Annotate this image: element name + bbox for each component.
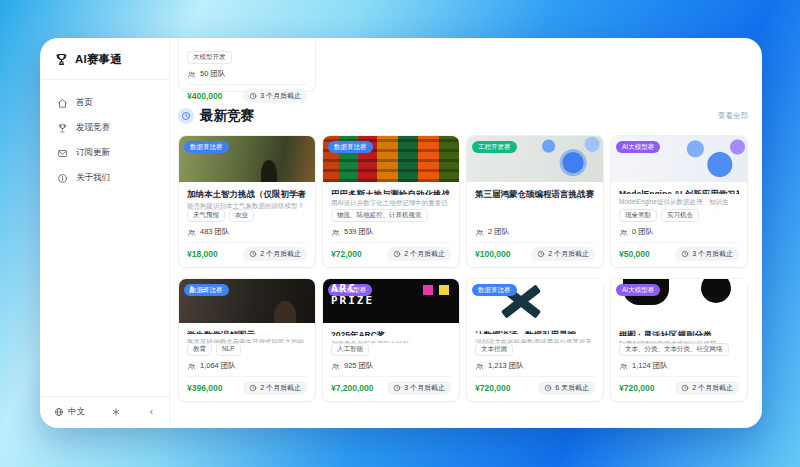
clock-icon — [393, 384, 401, 392]
tag-list: 天气预报农业 — [187, 209, 307, 222]
competition-card[interactable]: 数据算法赛 巴巴多斯土地与测绘自动化挑战 用AI设计并数字化土地登记簿中的重要信… — [322, 135, 460, 268]
teams-count: 925 团队 — [344, 361, 374, 371]
tag-pill: 人工智能 — [331, 343, 369, 356]
sidebar-footer: 中文 ‹ — [40, 396, 169, 428]
card-image: AI大模型赛 — [611, 136, 747, 182]
competition-card[interactable]: AI大模型赛 ARC PRIZE 2025年ARC奖 创建具备创新推理能力的AI… — [322, 278, 460, 402]
theme-toggle[interactable] — [111, 407, 121, 417]
card-bottom: 教育NLP 1,064 团队 ¥396,000 2 个月后截止 — [187, 343, 307, 395]
collapse-sidebar-icon[interactable]: ‹ — [148, 407, 155, 417]
tag-pill: 文本、分类、文本分类、社交网络 — [619, 343, 729, 356]
card-bottom: 人工智能 925 团队 ¥7,200,000 3 个月后截止 — [331, 343, 451, 395]
card-description: 用AI设计并数字化土地登记簿中的重要信息吗？ — [331, 198, 451, 209]
card-footer: ¥100,000 2 个月后截止 — [475, 242, 595, 261]
prize-amount: ¥50,000 — [619, 249, 650, 259]
teams-row: 2 团队 — [475, 227, 595, 237]
category-badge: 数据算法赛 — [472, 284, 517, 296]
category-badge: 数据算法赛 — [328, 141, 373, 153]
prize-amount: ¥400,000 — [187, 91, 222, 101]
people-icon — [475, 228, 484, 237]
tag-pill: 现金奖励 — [619, 209, 657, 222]
competition-card[interactable]: 数据算法赛 加纳本土智力挑战（仅限初学者） 能否构建识别本土气象数据的训练模型？… — [178, 135, 316, 268]
deadline-text: 6 天后截止 — [555, 383, 589, 393]
deadline-badge: 2 个月后截止 — [531, 247, 595, 261]
card-footer: ¥72,000 2 个月后截止 — [331, 242, 451, 261]
card-footer: ¥18,000 2 个月后截止 — [187, 242, 307, 261]
tag-list: 文本挖掘 — [475, 343, 595, 356]
sidebar-item-label: 首页 — [76, 97, 93, 109]
card-title: 学生数学误解图示 — [187, 330, 307, 334]
sidebar-item-subscribe[interactable]: 订阅更新 — [54, 144, 155, 162]
clock-icon — [393, 250, 401, 258]
card-footer: ¥50,000 3 个月后截止 — [619, 242, 739, 261]
partial-competition-card[interactable]: 大模型开发 50 团队 ¥400,000 3 个月后截止 — [178, 38, 316, 92]
teams-count: 1,124 团队 — [632, 361, 668, 371]
card-footer: ¥720,000 6 天后截止 — [475, 376, 595, 395]
card-bottom: 天气预报农业 483 团队 ¥18,000 2 个月后截止 — [187, 209, 307, 261]
card-title: 巴巴多斯土地与测绘自动化挑战 — [331, 189, 451, 195]
card-title: 2025年ARC奖 — [331, 330, 451, 336]
teams-row: 925 团队 — [331, 361, 451, 371]
sidebar-nav: 首页 发现竞赛 订阅更新 关于我们 — [54, 94, 155, 187]
teams-count: 0 团队 — [632, 227, 653, 237]
deadline-badge: 3 个月后截止 — [675, 247, 739, 261]
sidebar-item-home[interactable]: 首页 — [54, 94, 155, 112]
card-footer: ¥400,000 3 个月后截止 — [187, 84, 307, 103]
people-icon — [619, 362, 628, 371]
deadline-text: 3 个月后截止 — [692, 249, 733, 259]
teams-row: 539 团队 — [331, 227, 451, 237]
language-switcher[interactable]: 中文 — [54, 406, 85, 418]
latest-section-icon — [178, 108, 194, 124]
competition-card[interactable]: 数据算法赛 A = 学生数学误解图示 将常见错误概念与学生开放式回答之间的关联 … — [178, 278, 316, 402]
sidebar-item-discover[interactable]: 发现竞赛 — [54, 119, 155, 137]
tag-pill: 天气预报 — [187, 209, 225, 222]
deadline-badge: 2 个月后截止 — [243, 247, 307, 261]
tag-list: 教育NLP — [187, 343, 307, 356]
sidebar-item-label: 发现竞赛 — [76, 122, 110, 134]
competition-card[interactable]: 工程开发赛 第三届鸿蒙仓颉编程语言挑战赛 2 团队 ¥100,000 2 个月后… — [466, 135, 604, 268]
card-title: ModelEngine AI 创新应用学习赛 — [619, 189, 739, 194]
people-icon — [331, 362, 340, 371]
deadline-badge: 3 个月后截止 — [387, 381, 451, 395]
teams-row: 0 团队 — [619, 227, 739, 237]
people-icon — [187, 362, 196, 371]
competition-card[interactable]: 数据算法赛 让数据说话 · 数据引用寻踪 识别论文中的科学数据使用并分类其提及方… — [466, 278, 604, 402]
card-image-text: A = — [189, 287, 206, 296]
teams-row: 1,064 团队 — [187, 361, 307, 371]
teams-row: 1,213 团队 — [475, 361, 595, 371]
card-body: 巴巴多斯土地与测绘自动化挑战 用AI设计并数字化土地登记簿中的重要信息吗？ 物流… — [323, 182, 459, 267]
info-icon — [57, 173, 68, 184]
globe-icon — [54, 407, 64, 417]
teams-row: 1,124 团队 — [619, 361, 739, 371]
card-body: 拼图 · 灵活社区规则分类 利用AI模型协助版主维护社区规范。 文本、分类、文本… — [611, 323, 747, 401]
category-badge: AI大模型赛 — [616, 284, 660, 296]
deadline-badge: 3 个月后截止 — [243, 89, 307, 103]
view-all-link[interactable]: 查看全部 — [718, 111, 748, 121]
card-body: 学生数学误解图示 将常见错误概念与学生开放式回答之间的关联 教育NLP 1,06… — [179, 323, 315, 401]
competition-card[interactable]: AI大模型赛 ModelEngine AI 创新应用学习赛 ModelEngin… — [610, 135, 748, 268]
sidebar-item-about[interactable]: 关于我们 — [54, 169, 155, 187]
prize-amount: ¥7,200,000 — [331, 383, 374, 393]
card-description: 能否构建识别本土气象数据的训练模型？ — [187, 201, 307, 209]
tag-list: 人工智能 — [331, 343, 451, 356]
competition-card[interactable]: AI大模型赛 拼图 · 灵活社区规则分类 利用AI模型协助版主维护社区规范。 文… — [610, 278, 748, 402]
card-image-text: ARC PRIZE — [331, 283, 374, 307]
deadline-text: 2 个月后截止 — [692, 383, 733, 393]
category-badge: AI大模型赛 — [616, 141, 660, 153]
tag-pill: 文本挖掘 — [475, 343, 513, 356]
prize-amount: ¥396,000 — [187, 383, 222, 393]
tag-list: 物流、陆地监控、计算机视觉 — [331, 209, 451, 222]
teams-count: 2 团队 — [488, 227, 509, 237]
people-icon — [331, 228, 340, 237]
card-body: 第三届鸿蒙仓颉编程语言挑战赛 2 团队 ¥100,000 2 个月后截止 — [467, 182, 603, 267]
sidebar: AI赛事通 首页 发现竞赛 订阅更新 关于我们 中文 — [40, 38, 170, 428]
app-title: AI赛事通 — [75, 52, 122, 67]
teams-row: 50 团队 — [187, 69, 307, 79]
card-footer: ¥396,000 2 个月后截止 — [187, 376, 307, 395]
card-bottom: 文本、分类、文本分类、社交网络 1,124 团队 ¥720,000 2 个月后截… — [619, 343, 739, 395]
card-description: ModelEngine提供从数据处理、知识生成、模型微调到部署，以及RAG应用开… — [619, 197, 739, 209]
main-content: 大模型开发 50 团队 ¥400,000 3 个月后截止 最新竞赛 查看全部 — [170, 38, 762, 428]
card-title: 第三届鸿蒙仓颉编程语言挑战赛 — [475, 189, 595, 201]
deadline-badge: 2 个月后截止 — [675, 381, 739, 395]
tag-pill: 实习机会 — [661, 209, 699, 222]
